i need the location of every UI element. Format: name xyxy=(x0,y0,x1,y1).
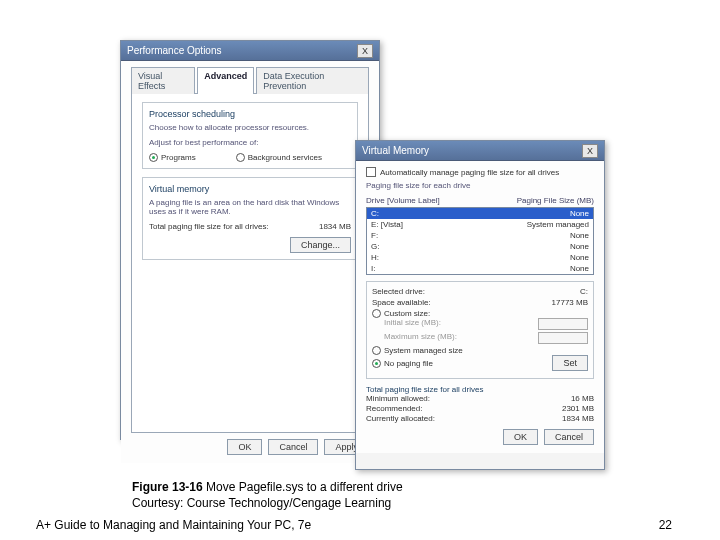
vmem-title: Virtual Memory xyxy=(362,145,429,156)
performance-options-dialog: Performance Options X Visual Effects Adv… xyxy=(120,40,380,440)
radio-dot-icon xyxy=(372,359,381,368)
drive-row: H:None xyxy=(367,252,593,263)
minimum-value: 16 MB xyxy=(571,394,594,403)
vm-group-text: A paging file is an area on the hard dis… xyxy=(149,198,351,216)
close-icon[interactable]: X xyxy=(582,144,598,158)
radio-system-managed[interactable]: System managed size xyxy=(372,346,588,355)
figure-text: Move Pagefile.sys to a different drive xyxy=(203,480,403,494)
drive-list[interactable]: C:None E: [Vista]System managed F:None G… xyxy=(366,207,594,275)
checkbox-icon xyxy=(366,167,376,177)
recommended-label: Recommended: xyxy=(366,404,422,413)
currently-allocated-value: 1834 MB xyxy=(562,414,594,423)
selected-drive-value: C: xyxy=(580,287,588,296)
auto-manage-checkbox[interactable]: Automatically manage paging file size fo… xyxy=(366,167,594,177)
processor-scheduling-title: Processor scheduling xyxy=(149,109,351,119)
maximum-size-label: Maximum size (MB): xyxy=(384,332,457,344)
total-paging-value: 1834 MB xyxy=(319,222,351,231)
drive-row: I:None xyxy=(367,263,593,274)
radio-background-services[interactable]: Background services xyxy=(236,153,322,162)
drive-row: C:None xyxy=(367,208,593,219)
totals-title: Total paging file size for all drives xyxy=(366,385,594,394)
adjust-label: Adjust for best performance of: xyxy=(149,138,351,147)
radio-dot-icon xyxy=(372,346,381,355)
footer-text: A+ Guide to Managing and Maintaining You… xyxy=(36,518,311,532)
drive-row: E: [Vista]System managed xyxy=(367,219,593,230)
selected-drive-group: Selected drive:C: Space available:17773 … xyxy=(366,281,594,379)
maximum-size-field[interactable] xyxy=(538,332,588,344)
radio-no-paging-file[interactable]: No paging file xyxy=(372,355,433,371)
tab-advanced[interactable]: Advanced xyxy=(197,67,254,94)
page-number: 22 xyxy=(659,518,672,532)
close-icon[interactable]: X xyxy=(357,44,373,58)
auto-manage-label: Automatically manage paging file size fo… xyxy=(380,168,559,177)
bg-label: Background services xyxy=(248,153,322,162)
col-drive-label: Drive [Volume Label] xyxy=(366,196,476,205)
processor-scheduling-text: Choose how to allocate processor resourc… xyxy=(149,123,351,132)
set-button[interactable]: Set xyxy=(552,355,588,371)
drive-row: F:None xyxy=(367,230,593,241)
programs-label: Programs xyxy=(161,153,196,162)
space-available-value: 17773 MB xyxy=(552,298,588,307)
perf-titlebar: Performance Options X xyxy=(121,41,379,61)
perf-title: Performance Options xyxy=(127,45,222,56)
totals-group: Total paging file size for all drives Mi… xyxy=(366,385,594,423)
figure-caption: Figure 13-16 Move Pagefile.sys to a diff… xyxy=(132,480,403,511)
change-button[interactable]: Change... xyxy=(290,237,351,253)
ok-button[interactable]: OK xyxy=(227,439,262,455)
space-available-label: Space available: xyxy=(372,298,431,307)
figure-courtesy: Courtesy: Course Technology/Cengage Lear… xyxy=(132,496,403,512)
figure-number: Figure 13-16 xyxy=(132,480,203,494)
initial-size-field[interactable] xyxy=(538,318,588,330)
recommended-value: 2301 MB xyxy=(562,404,594,413)
processor-scheduling-group: Processor scheduling Choose how to alloc… xyxy=(142,102,358,169)
initial-size-label: Initial size (MB): xyxy=(384,318,441,330)
selected-drive-label: Selected drive: xyxy=(372,287,425,296)
cancel-button[interactable]: Cancel xyxy=(544,429,594,445)
radio-dot-icon xyxy=(236,153,245,162)
virtual-memory-group: Virtual memory A paging file is an area … xyxy=(142,177,358,260)
drive-row: G:None xyxy=(367,241,593,252)
vm-group-title: Virtual memory xyxy=(149,184,351,194)
radio-programs[interactable]: Programs xyxy=(149,153,196,162)
radio-dot-icon xyxy=(372,309,381,318)
col-size-label: Paging File Size (MB) xyxy=(476,196,594,205)
cancel-button[interactable]: Cancel xyxy=(268,439,318,455)
radio-dot-icon xyxy=(149,153,158,162)
virtual-memory-dialog: Virtual Memory X Automatically manage pa… xyxy=(355,140,605,470)
tab-visual-effects[interactable]: Visual Effects xyxy=(131,67,195,94)
ok-button[interactable]: OK xyxy=(503,429,538,445)
currently-allocated-label: Currently allocated: xyxy=(366,414,435,423)
tab-dep[interactable]: Data Execution Prevention xyxy=(256,67,369,94)
each-drive-label: Paging file size for each drive xyxy=(366,181,594,190)
radio-custom-size[interactable]: Custom size: xyxy=(372,309,588,318)
total-paging-label: Total paging file size for all drives: xyxy=(149,222,269,231)
vmem-titlebar: Virtual Memory X xyxy=(356,141,604,161)
minimum-label: Minimum allowed: xyxy=(366,394,430,403)
